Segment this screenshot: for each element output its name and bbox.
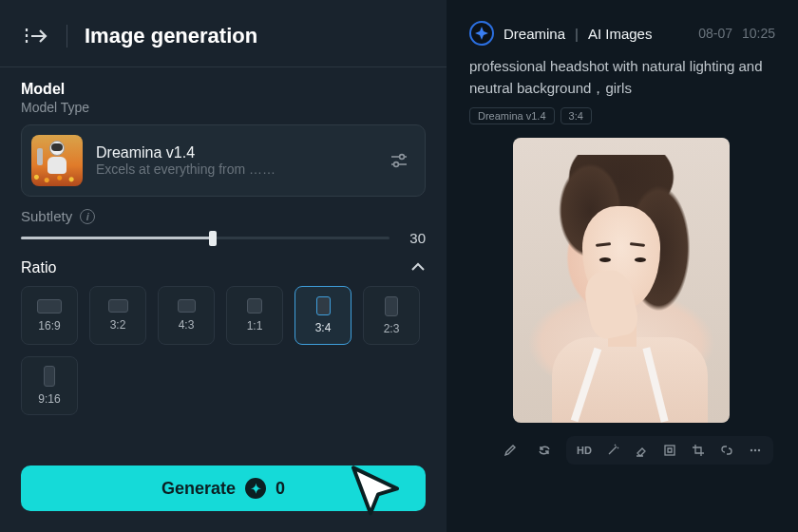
subtlety-slider[interactable]: 30 — [21, 230, 426, 246]
ratio-shape-icon — [316, 296, 331, 315]
cursor-icon — [348, 464, 405, 522]
expand-icon[interactable] — [23, 23, 49, 49]
info-icon[interactable]: i — [80, 209, 95, 224]
ratio-grid: 16:93:24:31:13:42:39:16 — [21, 286, 426, 415]
model-selector[interactable]: Dreamina v1.4 Excels at everything from … — [21, 124, 426, 197]
ratio-option-label: 2:3 — [384, 322, 400, 335]
ratio-option-label: 3:2 — [110, 318, 126, 332]
ratio-shape-icon — [178, 299, 196, 313]
crop-icon[interactable] — [688, 440, 709, 461]
ratio-shape-icon — [385, 296, 398, 316]
ratio-option-label: 9:16 — [38, 392, 60, 406]
ratio-label: Ratio — [21, 259, 56, 276]
credits-icon: ✦ — [245, 478, 266, 499]
result-header: Dreamina | AI Images 08-07 10:25 — [469, 21, 775, 46]
ratio-option-1-1[interactable]: 1:1 — [226, 286, 283, 345]
subtlety-label: Subtlety — [21, 208, 72, 224]
pipe-divider: | — [575, 26, 579, 42]
tag-ratio: 3:4 — [560, 107, 592, 124]
edit-icon[interactable] — [498, 438, 522, 463]
divider — [66, 25, 67, 48]
link-icon[interactable] — [716, 440, 737, 461]
result-date: 08-07 — [698, 26, 732, 41]
svg-point-6 — [750, 448, 752, 450]
tag-model: Dreamina v1.4 — [469, 107, 555, 124]
ratio-option-3-4[interactable]: 3:4 — [294, 286, 352, 345]
chevron-up-icon[interactable] — [410, 259, 426, 276]
generate-cost: 0 — [276, 479, 285, 499]
ratio-option-16-9[interactable]: 16:9 — [21, 286, 78, 345]
magic-wand-icon[interactable] — [602, 440, 623, 461]
eraser-icon[interactable] — [631, 440, 652, 461]
ratio-option-4-3[interactable]: 4:3 — [158, 286, 215, 345]
svg-point-8 — [758, 448, 760, 450]
svg-rect-5 — [665, 446, 674, 455]
model-thumbnail — [31, 135, 83, 186]
refresh-icon[interactable] — [532, 438, 557, 463]
brand-logo-icon — [469, 21, 494, 46]
svg-point-2 — [400, 155, 405, 160]
model-description: Excels at everything from …… — [96, 162, 373, 177]
model-info: Dreamina v1.4 Excels at everything from … — [96, 144, 373, 177]
ratio-option-label: 3:4 — [315, 321, 332, 334]
model-name: Dreamina v1.4 — [96, 144, 373, 162]
slider-track[interactable] — [21, 237, 390, 239]
ratio-option-3-2[interactable]: 3:2 — [89, 286, 146, 345]
subtlety-value: 30 — [403, 230, 426, 246]
ratio-shape-icon — [37, 299, 62, 314]
ratio-option-label: 4:3 — [179, 318, 195, 332]
panel-header: Image generation — [0, 17, 446, 67]
ratio-shape-icon — [108, 299, 128, 313]
generate-label: Generate — [162, 479, 236, 499]
svg-point-4 — [394, 162, 399, 167]
result-brand: Dreamina — [504, 26, 565, 42]
hd-button[interactable]: HD — [574, 440, 595, 461]
ratio-header[interactable]: Ratio — [21, 259, 426, 276]
ratio-shape-icon — [44, 366, 55, 387]
result-toolbar: HD — [498, 436, 775, 465]
ratio-option-2-3[interactable]: 2:3 — [363, 286, 420, 345]
result-tags: Dreamina v1.4 3:4 — [469, 107, 775, 124]
expand-icon[interactable] — [659, 440, 680, 461]
page-title: Image generation — [85, 24, 257, 48]
more-icon[interactable] — [745, 440, 766, 461]
slider-thumb[interactable] — [209, 231, 217, 246]
generate-button[interactable]: Generate ✦ 0 — [21, 466, 426, 511]
model-section-label: Model — [21, 81, 426, 98]
ratio-option-9-16[interactable]: 9:16 — [21, 356, 78, 415]
toolbar-group: HD — [566, 436, 773, 465]
result-prompt: professional headshot with natural light… — [469, 55, 775, 100]
sliders-icon[interactable] — [387, 148, 411, 173]
ratio-shape-icon — [247, 298, 262, 314]
ratio-option-label: 1:1 — [247, 319, 263, 332]
settings-panel: Image generation Model Model Type Dreami… — [0, 0, 446, 532]
result-time: 10:25 — [742, 26, 775, 41]
ratio-option-label: 16:9 — [38, 319, 60, 332]
subtlety-header: Subtlety i — [21, 208, 426, 224]
svg-point-7 — [754, 448, 756, 450]
model-type-label: Model Type — [21, 100, 426, 115]
result-image[interactable] — [513, 138, 730, 423]
result-category: AI Images — [588, 26, 653, 42]
output-panel: Dreamina | AI Images 08-07 10:25 profess… — [446, 0, 798, 532]
